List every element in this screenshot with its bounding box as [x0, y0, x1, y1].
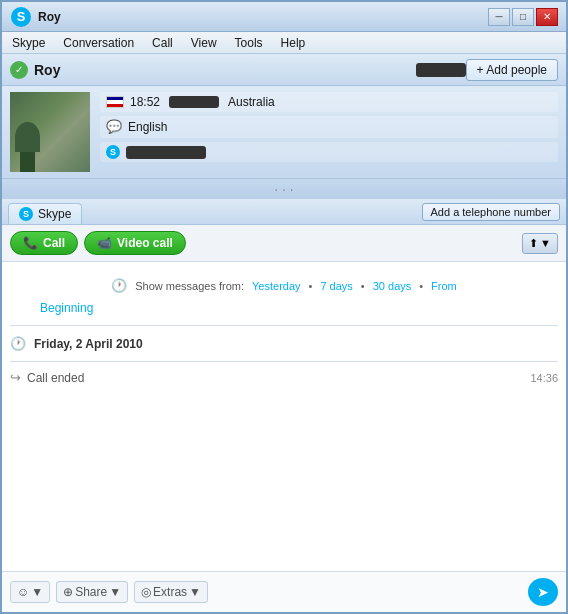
extras-icon: ◎: [141, 585, 151, 599]
thirty-days-link[interactable]: 30 days: [373, 280, 412, 292]
extras-label: Extras: [153, 585, 187, 599]
messages-area: 🕐 Show messages from: Yesterday • 7 days…: [2, 262, 566, 571]
expand-dots[interactable]: · · ·: [2, 179, 566, 199]
online-status-icon: ✓: [10, 61, 28, 79]
skype-small-icon: S: [106, 145, 120, 159]
call-button-label: Call: [43, 236, 65, 250]
add-people-button[interactable]: + Add people: [466, 59, 558, 81]
menu-view[interactable]: View: [187, 34, 221, 52]
emoji-button[interactable]: ☺ ▼: [10, 581, 50, 603]
redacted-location: [169, 96, 219, 108]
menu-bar: Skype Conversation Call View Tools Help: [2, 32, 566, 54]
location-row: 18:52 Australia: [100, 92, 558, 112]
profile-header: ✓ Roy + Add people: [2, 54, 566, 86]
share-button[interactable]: ⊕ Share ▼: [56, 581, 128, 603]
contact-surname-redacted: [416, 63, 466, 77]
maximize-button[interactable]: □: [512, 8, 534, 26]
share-label: Share: [75, 585, 107, 599]
separator-2: [10, 361, 558, 362]
language-row: 💬 English: [100, 116, 558, 138]
send-button[interactable]: ➤: [528, 578, 558, 606]
yesterday-link[interactable]: Yesterday: [252, 280, 301, 292]
close-button[interactable]: ✕: [536, 8, 558, 26]
video-call-button-label: Video call: [117, 236, 173, 250]
dot-separator-3: •: [419, 280, 423, 292]
australia-flag-icon: [106, 96, 124, 108]
time-text: 18:52: [130, 95, 160, 109]
dot-separator-2: •: [361, 280, 365, 292]
minimize-button[interactable]: ─: [488, 8, 510, 26]
menu-conversation[interactable]: Conversation: [59, 34, 138, 52]
avatar-image: [10, 92, 90, 172]
separator-1: [10, 325, 558, 326]
share-screen-dropdown-arrow: ▼: [540, 237, 551, 249]
app-window: S Roy ─ □ ✕ Skype Conversation Call View…: [0, 0, 568, 614]
date-clock-icon: 🕐: [10, 336, 26, 351]
send-icon: ➤: [537, 584, 549, 600]
video-icon: 📹: [97, 236, 112, 250]
call-button[interactable]: 📞 Call: [10, 231, 78, 255]
from-link[interactable]: From: [431, 280, 457, 292]
title-bar: S Roy ─ □ ✕: [2, 2, 566, 32]
tab-label: Skype: [38, 207, 71, 221]
phone-icon: 📞: [23, 236, 38, 250]
skype-logo: S: [10, 6, 32, 28]
emoji-dropdown-arrow: ▼: [31, 585, 43, 599]
share-dropdown-arrow: ▼: [109, 585, 121, 599]
menu-call[interactable]: Call: [148, 34, 177, 52]
skype-id-row: S: [100, 142, 558, 162]
add-telephone-button[interactable]: Add a telephone number: [422, 203, 560, 221]
seven-days-link[interactable]: 7 days: [320, 280, 352, 292]
tab-bar: S Skype Add a telephone number: [2, 199, 566, 225]
show-messages-row: 🕐 Show messages from: Yesterday • 7 days…: [10, 270, 558, 301]
title-text: Roy: [38, 10, 488, 24]
input-area: ☺ ▼ ⊕ Share ▼ ◎ Extras ▼ ➤: [2, 571, 566, 612]
extras-button[interactable]: ◎ Extras ▼: [134, 581, 208, 603]
dot-separator-1: •: [309, 280, 313, 292]
clock-icon: 🕐: [111, 278, 127, 293]
tab-skype-icon: S: [19, 207, 33, 221]
chat-container: 📞 Call 📹 Video call ⬆ ▼ 🕐 Show messages …: [2, 225, 566, 612]
profile-info-panel: 18:52 Australia 💬 English S: [2, 86, 566, 179]
call-ended-icon: ↪: [10, 370, 21, 385]
action-bar: 📞 Call 📹 Video call ⬆ ▼: [2, 225, 566, 262]
show-messages-label: Show messages from:: [135, 280, 244, 292]
menu-tools[interactable]: Tools: [231, 34, 267, 52]
share-screen-icon: ⬆: [529, 237, 538, 250]
beginning-link[interactable]: Beginning: [40, 301, 93, 315]
speech-bubble-icon: 💬: [106, 119, 122, 135]
country-text: Australia: [228, 95, 275, 109]
call-row-left: ↪ Call ended: [10, 370, 84, 385]
window-controls: ─ □ ✕: [488, 8, 558, 26]
date-row: 🕐 Friday, 2 April 2010: [10, 330, 558, 357]
menu-help[interactable]: Help: [277, 34, 310, 52]
language-text: English: [128, 120, 167, 134]
call-ended-label: Call ended: [27, 371, 84, 385]
skype-id-redacted: [126, 146, 206, 159]
avatar: [10, 92, 90, 172]
emoji-icon: ☺: [17, 585, 29, 599]
extras-dropdown-arrow: ▼: [189, 585, 201, 599]
call-ended-row: ↪ Call ended 14:36: [10, 366, 558, 389]
video-call-button[interactable]: 📹 Video call: [84, 231, 186, 255]
svg-text:S: S: [17, 9, 26, 24]
date-label: Friday, 2 April 2010: [34, 337, 143, 351]
contact-name: Roy: [34, 62, 412, 78]
call-time: 14:36: [530, 372, 558, 384]
share-screen-button[interactable]: ⬆ ▼: [522, 233, 558, 254]
menu-skype[interactable]: Skype: [8, 34, 49, 52]
skype-tab[interactable]: S Skype: [8, 203, 82, 224]
share-icon: ⊕: [63, 585, 73, 599]
profile-details: 18:52 Australia 💬 English S: [100, 92, 558, 172]
